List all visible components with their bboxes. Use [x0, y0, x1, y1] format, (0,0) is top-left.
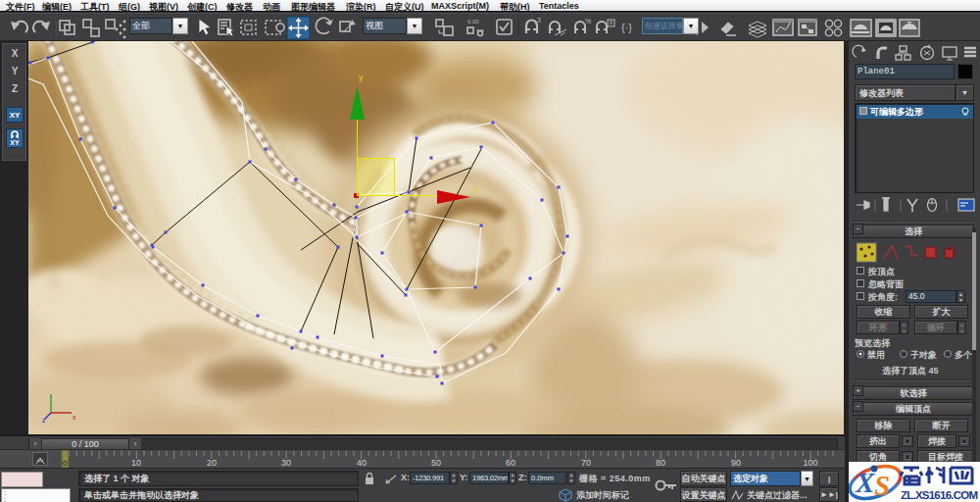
svg-text:70: 70 [581, 458, 591, 468]
svg-text:80: 80 [656, 458, 665, 468]
svg-text:40: 40 [357, 458, 367, 468]
svg-text:{·}: {·} [621, 22, 632, 33]
svg-text:10: 10 [131, 458, 141, 468]
svg-text:3: 3 [537, 17, 541, 24]
svg-text:x: x [73, 414, 76, 421]
svg-text:30: 30 [281, 458, 291, 468]
svg-text:0: 0 [63, 459, 68, 468]
svg-text:ZL.XS1616.COM: ZL.XS1616.COM [901, 489, 978, 501]
svg-text:y: y [359, 73, 364, 82]
svg-text:60: 60 [506, 458, 515, 468]
svg-text:20: 20 [207, 458, 217, 468]
svg-text:S: S [874, 470, 890, 501]
svg-text:x: x [473, 185, 478, 195]
svg-text:50: 50 [431, 458, 441, 468]
svg-text:100: 100 [803, 458, 817, 468]
svg-text:0.00: 0.00 [467, 19, 479, 25]
svg-text:z: z [42, 417, 46, 424]
svg-text:90: 90 [731, 458, 741, 468]
svg-text:X: X [855, 467, 875, 498]
svg-text:%: % [585, 18, 591, 25]
